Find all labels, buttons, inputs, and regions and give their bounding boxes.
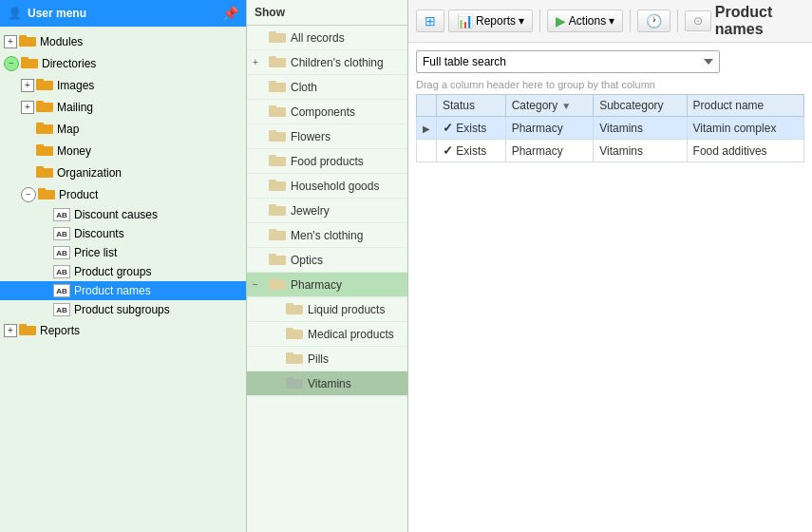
category-components[interactable]: Components [247, 100, 407, 124]
search-select[interactable]: Full table search [416, 50, 720, 73]
actions-dropdown-icon: ▾ [609, 14, 614, 28]
category-mens-clothing[interactable]: Men's clothing [247, 223, 407, 248]
expand-modules[interactable]: + [4, 35, 17, 48]
col-header-subcategory: Subcategory [594, 95, 687, 117]
row-product-name-2: Food additives [687, 140, 803, 162]
expand-product[interactable]: − [21, 187, 36, 202]
sidebar-item-organization[interactable]: Organization [0, 162, 246, 183]
cat-folder-childrens-clothing [269, 54, 286, 70]
category-pharmacy[interactable]: − Pharmacy [247, 273, 407, 297]
svg-rect-59 [270, 281, 285, 289]
sidebar-item-money[interactable]: Money [0, 140, 246, 162]
svg-rect-41 [270, 133, 285, 141]
sidebar-item-images[interactable]: + Images [0, 74, 246, 96]
svg-rect-44 [270, 158, 285, 165]
col-header-category[interactable]: Category▼ [505, 95, 594, 117]
cat-folder-all-records [269, 29, 286, 46]
sidebar-item-product-names[interactable]: ABProduct names [0, 281, 246, 300]
row-subcategory-2: Vitamins [594, 140, 687, 162]
expand-images[interactable]: + [21, 79, 34, 92]
cat-folder-optics [269, 252, 286, 268]
sidebar-item-directories[interactable]: − Directories [0, 52, 246, 74]
actions-icon: ▶ [556, 13, 566, 28]
row-category-2: Pharmacy [505, 140, 594, 162]
ab-icon-product-groups: AB [53, 265, 70, 278]
sidebar-label-organization: Organization [57, 166, 122, 180]
category-flowers[interactable]: Flowers [247, 124, 407, 149]
row-arrow-2 [417, 140, 437, 162]
sidebar-label-product-names: Product names [74, 284, 151, 297]
svg-rect-20 [37, 169, 52, 177]
reports-icon: 📊 [457, 13, 473, 28]
sidebar-item-discount-causes[interactable]: ABDiscount causes [0, 205, 246, 224]
pin-icon[interactable]: 📌 [222, 6, 238, 21]
cat-label-optics: Optics [291, 254, 323, 267]
expand-reports[interactable]: + [4, 324, 17, 337]
cat-expand-pharmacy[interactable]: − [253, 279, 266, 290]
ab-icon-discounts: AB [53, 227, 70, 240]
category-vitamins[interactable]: Vitamins [247, 371, 407, 396]
category-liquid-products[interactable]: Liquid products [247, 297, 407, 322]
sidebar-item-product-groups[interactable]: ABProduct groups [0, 262, 246, 281]
sidebar-item-mailing[interactable]: + Mailing [0, 96, 246, 118]
sidebar-item-reports[interactable]: + Reports [0, 319, 246, 341]
col-header-arrow [417, 95, 437, 117]
category-optics[interactable]: Optics [247, 248, 407, 273]
category-jewelry[interactable]: Jewelry [247, 199, 407, 223]
reports-button[interactable]: 📊 Reports ▾ [448, 10, 533, 32]
svg-rect-2 [20, 38, 35, 46]
svg-rect-11 [37, 104, 52, 111]
category-food-products[interactable]: Food products [247, 149, 407, 174]
sidebar-item-product[interactable]: − Product [0, 183, 246, 205]
svg-rect-50 [270, 207, 285, 215]
sidebar-label-discount-causes: Discount causes [74, 208, 158, 221]
right-panel: ⊞ 📊 Reports ▾ ▶ Actions ▾ 🕐 ⊙ Product na… [408, 0, 812, 532]
actions-button[interactable]: ▶ Actions ▾ [547, 10, 623, 32]
category-household-goods[interactable]: Household goods [247, 174, 407, 199]
sidebar-label-directories: Directories [42, 57, 96, 70]
folder-icon-map [36, 121, 53, 137]
middle-panel: Show All records+ Children's clothing Cl… [247, 0, 408, 532]
cat-label-all-records: All records [291, 31, 345, 45]
reports-dropdown-icon: ▾ [519, 14, 524, 28]
sidebar-label-modules: Modules [40, 35, 83, 48]
cat-folder-food-products [269, 153, 286, 169]
ab-icon-product-names: AB [53, 284, 70, 297]
table-row[interactable]: ▶✓ ExistsPharmacyVitaminsVitamin complex [417, 117, 804, 140]
sidebar-item-discounts[interactable]: ABDiscounts [0, 224, 246, 243]
cat-expand-childrens-clothing[interactable]: + [253, 57, 266, 67]
category-pills[interactable]: Pills [247, 347, 407, 371]
row-subcategory-1: Vitamins [594, 117, 687, 140]
row-product-name-1: Vitamin complex [687, 117, 803, 140]
svg-rect-65 [287, 331, 302, 338]
svg-rect-14 [37, 125, 52, 133]
expand-mailing[interactable]: + [21, 101, 34, 114]
category-medical-products[interactable]: Medical products [247, 322, 407, 347]
cat-label-medical-products: Medical products [308, 328, 394, 341]
category-all-records[interactable]: All records [247, 26, 407, 50]
col-header-status: Status [437, 95, 506, 117]
sidebar-item-product-subgroups[interactable]: ABProduct subgroups [0, 300, 246, 319]
sidebar-item-map[interactable]: Map [0, 118, 246, 140]
cat-label-pharmacy: Pharmacy [291, 278, 342, 292]
row-status-2: ✓ Exists [437, 140, 506, 162]
folder-icon-directories [21, 55, 38, 71]
category-cloth[interactable]: Cloth [247, 75, 407, 100]
cat-label-components: Components [291, 105, 355, 119]
table-view-button[interactable]: ⊞ [416, 10, 444, 32]
cat-label-household-goods: Household goods [291, 180, 379, 193]
svg-rect-71 [287, 380, 302, 388]
sidebar-title: User menu [28, 7, 86, 20]
sidebar-label-reports: Reports [40, 324, 80, 337]
table-row[interactable]: ✓ ExistsPharmacyVitaminsFood additives [417, 140, 804, 162]
expand-directories[interactable]: − [4, 56, 19, 71]
folder-icon-product [38, 186, 55, 202]
clock-button[interactable]: 🕐 [637, 10, 670, 32]
cat-folder-flowers [269, 128, 286, 144]
nav-prev-button[interactable]: ⊙ [685, 10, 711, 31]
check-icon-1: ✓ [443, 121, 453, 135]
category-childrens-clothing[interactable]: + Children's clothing [247, 50, 407, 75]
svg-rect-8 [37, 82, 52, 89]
sidebar-item-price-list[interactable]: ABPrice list [0, 243, 246, 262]
sidebar-item-modules[interactable]: + Modules [0, 30, 246, 52]
